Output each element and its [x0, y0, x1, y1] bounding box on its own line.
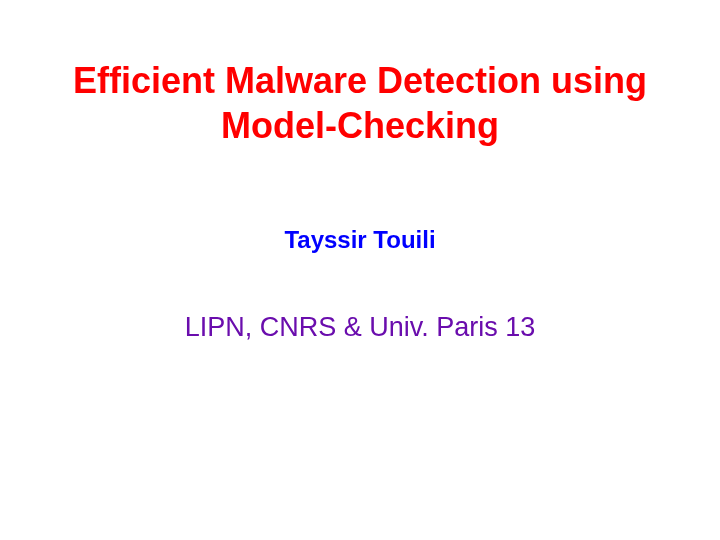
slide-container: Efficient Malware Detection using Model-…: [0, 0, 720, 540]
author-name: Tayssir Touili: [0, 226, 720, 254]
title-line-1: Efficient Malware Detection using: [73, 60, 647, 101]
author-affiliation: LIPN, CNRS & Univ. Paris 13: [0, 312, 720, 343]
slide-title: Efficient Malware Detection using Model-…: [0, 58, 720, 148]
title-line-2: Model-Checking: [221, 105, 499, 146]
